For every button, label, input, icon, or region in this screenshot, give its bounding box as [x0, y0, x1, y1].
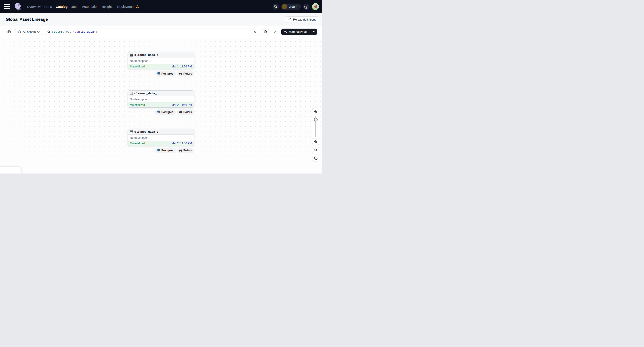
asset-tags-row: Postgres Polars [128, 71, 194, 76]
page-title: Global Asset Lineage [6, 17, 48, 22]
asset-node-cleaned_data_a[interactable]: cleaned_data_a No description Materializ… [128, 52, 194, 69]
asset-name: cleaned_data_b [134, 92, 158, 95]
deployment-warning-icon [136, 5, 139, 8]
zoom-out-button[interactable] [312, 138, 319, 145]
nav-item-insights[interactable]: Insights [102, 5, 113, 8]
asset-status-bar: Materialized Mar 2, 11:56 PM [128, 64, 194, 69]
nav-item-automation[interactable]: Automation [82, 5, 98, 8]
materialization-timestamp[interactable]: Mar 2, 11:56 PM [172, 65, 192, 68]
zoom-in-button[interactable] [312, 108, 319, 115]
table-icon [130, 54, 133, 56]
top-navbar: Overview Runs Catalog Jobs Automation In… [0, 0, 322, 13]
status-label: Materialized [130, 65, 145, 68]
view-full-graph-button[interactable] [262, 28, 269, 35]
hamburger-menu-icon[interactable] [4, 4, 10, 9]
sparkles-icon [284, 30, 287, 34]
globe-icon [18, 30, 21, 34]
asset-scope-dropdown[interactable]: All assets [15, 28, 42, 35]
asset-status-bar: Materialized Mar 2, 11:56 PM [128, 141, 194, 146]
polars-icon [179, 149, 182, 152]
nav-item-runs[interactable]: Runs [44, 5, 52, 8]
reload-cube-icon [288, 18, 292, 21]
lineage-canvas[interactable]: cleaned_data_a No description Materializ… [0, 38, 322, 173]
asset-node-header: cleaned_data_c [128, 129, 194, 135]
tag-polars[interactable]: Polars [177, 109, 194, 115]
asset-node-cleaned_data_b[interactable]: cleaned_data_b No description Materializ… [128, 90, 194, 108]
navbar-right: P prod ? [272, 3, 319, 10]
minimap-card-edge [0, 167, 21, 173]
asset-tags-row: Postgres Polars [128, 148, 194, 153]
refresh-button[interactable] [272, 28, 278, 35]
status-label: Materialized [130, 103, 145, 106]
environment-name: prod [289, 5, 295, 8]
clear-query-icon[interactable]: ✕ [253, 30, 257, 34]
chevron-down-icon [296, 6, 298, 7]
canvas-controls-panel: ⚙ [312, 108, 319, 161]
materialize-options-caret[interactable] [310, 28, 317, 35]
table-icon [130, 92, 133, 95]
nav-item-jobs[interactable]: Jobs [71, 5, 78, 8]
postgres-icon [157, 72, 160, 75]
asset-description: No description [128, 135, 194, 141]
tag-polars[interactable]: Polars [177, 148, 194, 153]
chevron-down-icon [37, 31, 40, 32]
gear-icon: ⚙ [314, 148, 317, 152]
asset-node-header: cleaned_data_a [128, 52, 194, 58]
polars-icon [179, 111, 182, 113]
help-icon[interactable]: ? [303, 3, 310, 10]
postgres-icon [157, 149, 160, 152]
tag-postgres[interactable]: Postgres [155, 71, 176, 76]
nav-items: Overview Runs Catalog Jobs Automation In… [27, 5, 139, 8]
environment-switcher[interactable]: P prod [281, 3, 301, 10]
reload-definitions-button[interactable]: Reload definitions [285, 16, 319, 23]
asset-status-bar: Materialized Mar 2, 11:56 PM [128, 102, 194, 107]
materialization-timestamp[interactable]: Mar 2, 11:56 PM [172, 142, 192, 145]
nav-item-catalog[interactable]: Catalog [56, 5, 68, 8]
tag-postgres[interactable]: Postgres [155, 148, 176, 153]
postgres-icon [157, 110, 160, 114]
zoom-slider[interactable] [312, 115, 319, 138]
polars-icon [179, 72, 182, 75]
open-sidebar-button[interactable] [6, 28, 12, 35]
search-icon [47, 30, 50, 33]
tag-postgres[interactable]: Postgres [155, 109, 176, 115]
search-icon[interactable] [272, 3, 279, 10]
materialization-timestamp[interactable]: Mar 2, 11:56 PM [172, 103, 192, 106]
tag-polars[interactable]: Polars [177, 71, 194, 76]
download-image-button[interactable] [312, 155, 319, 161]
status-label: Materialized [130, 142, 145, 145]
asset-selection-query: roots(group:"public_data") [52, 30, 251, 33]
download-icon [314, 156, 318, 160]
asset-node-header: cleaned_data_b [128, 91, 194, 96]
nav-item-deployment[interactable]: Deployment [117, 5, 139, 8]
asset-node-cleaned_data_c[interactable]: cleaned_data_c No description Materializ… [128, 129, 194, 146]
asset-description: No description [128, 58, 194, 64]
lineage-toolbar: All assets roots(group:"public_data") ✕ [0, 26, 322, 38]
dagster-logo-icon[interactable] [13, 2, 22, 11]
table-icon [130, 130, 133, 133]
nav-item-overview[interactable]: Overview [27, 5, 40, 8]
graph-settings-button[interactable]: ⚙ [312, 147, 319, 153]
materialize-all-split-button: Materialize all [281, 28, 317, 35]
materialize-all-button[interactable]: Materialize all [281, 28, 310, 35]
asset-name: cleaned_data_c [134, 130, 158, 134]
asset-selection-input[interactable]: roots(group:"public_data") ✕ [45, 28, 259, 35]
environment-initial-badge: P [282, 4, 287, 9]
page-header: Global Asset Lineage Reload definitions [0, 13, 322, 26]
zoom-slider-handle[interactable] [314, 118, 318, 121]
zoom-control-group [312, 108, 319, 145]
asset-tags-row: Postgres Polars [128, 109, 194, 115]
dagster-app: Overview Runs Catalog Jobs Automation In… [0, 0, 322, 173]
user-avatar[interactable] [312, 3, 319, 10]
asset-description: No description [128, 96, 194, 102]
asset-name: cleaned_data_a [134, 53, 158, 57]
